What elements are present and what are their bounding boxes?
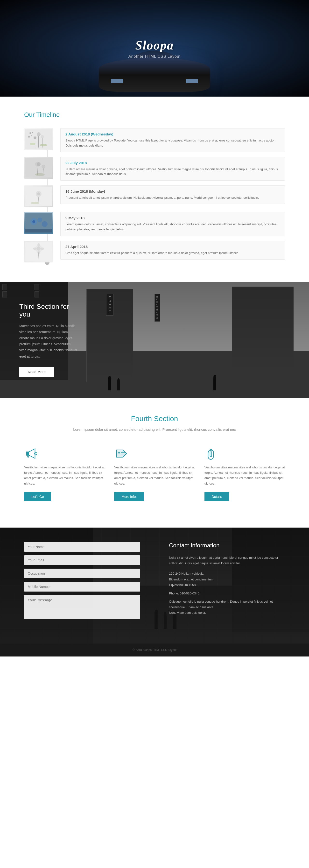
fourth-subtitle: Lorem ipsum dolor sit amet, consectetur … [24,426,285,433]
svg-point-12 [32,132,33,133]
fourth-title: Fourth Section [24,414,285,423]
timeline-text: Sloopa HTML Page is provided by Tooplate… [65,138,280,148]
flowers-svg-1 [25,129,52,149]
timeline-item: 16 June 2018 (Monday) Praesent at felis … [24,185,285,207]
svg-line-42 [28,455,29,458]
svg-point-43 [118,452,120,454]
timeline-item: 22 July 2018 Nullam ornare mauris a dolo… [24,157,285,181]
hotel-sign: HOTEL [106,294,114,316]
headlight-right [186,79,198,83]
svg-point-9 [29,132,31,134]
email-input[interactable] [24,555,140,565]
mobile-input[interactable] [24,582,140,592]
person-silhouette [117,378,120,391]
svg-point-15 [37,162,40,166]
timeline-date: 16 June 2018 (Monday) [65,189,280,193]
person-silhouette [213,375,216,391]
fourth-section: Fourth Section Lorem ipsum dolor sit ame… [0,398,309,528]
headlight-left [111,79,123,83]
svg-point-1 [37,132,40,136]
timeline-image [24,212,53,234]
svg-point-36 [33,247,37,250]
footer-text: © 2018 Sloopa HTML CSS Layout [5,648,304,652]
timeline-container: 2 August 2018 (Wednesday) Sloopa HTML Pa… [24,128,285,267]
timeline-content: 16 June 2018 (Monday) Praesent at felis … [60,185,285,204]
footer: © 2018 Sloopa HTML CSS Layout [0,644,309,656]
timeline-image [24,157,53,179]
contact-title: Contact Information [169,542,285,549]
third-content: Third Section for you Maecenas non ex en… [0,288,97,391]
occupation-input[interactable] [24,568,140,578]
svg-line-41 [27,455,28,458]
svg-point-10 [31,135,32,136]
feature-button-1[interactable]: Let's Go [24,492,51,501]
feature-text-1: Vestibulum vitae magna vitae nisl lobort… [24,465,104,486]
timeline-image [24,128,53,150]
svg-point-22 [37,192,40,195]
form-group-occupation [24,568,140,578]
svg-point-17 [41,165,45,168]
timeline-text: Nullam ornare mauris a dolor gravida, eg… [65,167,280,177]
contact-address: 120-240 Nullam vehicula,Bibendum erat, e… [169,571,285,588]
form-group-message [24,595,140,619]
feature-item-2: Vestibulum vitae magna vitae nisl lobort… [114,447,194,501]
timeline-item: 9 May 2018 Lorem ipsum dolor sit amet, c… [24,212,285,236]
svg-point-33 [37,247,40,251]
form-group-name [24,542,140,552]
svg-point-19 [35,173,45,176]
svg-point-29 [42,221,48,227]
flowers-svg-2 [25,158,52,178]
timeline-heading: Our Timeline [24,111,285,119]
third-section: HOTEL BLACKBURN Third Section for you Ma… [0,282,309,398]
third-title: Third Section for you [19,303,77,318]
timeline-content: 22 July 2018 Nullam ornare mauris a dolo… [60,157,285,181]
timeline-date: 22 July 2018 [65,161,280,165]
timeline-section: Our Timeline [0,97,309,282]
svg-point-3 [40,135,44,138]
timeline-item: 27 April 2018 Cras eget neque sit amet l… [24,241,285,262]
timeline-text: Cras eget neque sit amet lorem efficitur… [65,251,280,256]
third-text: Maecenas non ex enim. Nulla blandit vita… [19,323,77,360]
svg-point-28 [37,218,42,222]
contact-form-area [0,528,154,644]
timeline-item: 2 August 2018 (Wednesday) Sloopa HTML Pa… [24,128,285,152]
car-body [99,58,210,92]
read-more-button[interactable]: Read More [19,367,54,377]
svg-point-2 [34,136,36,139]
svg-point-7 [30,143,35,145]
timeline-content: 2 August 2018 (Wednesday) Sloopa HTML Pa… [60,128,285,152]
flowers-svg-4 [25,213,52,232]
hero-subtitle: Another HTML CSS Layout [128,54,181,59]
feature-button-3[interactable]: Details [205,492,229,501]
feature-item-1: Vestibulum vitae magna vitae nisl lobort… [24,447,104,501]
svg-point-34 [37,243,40,247]
svg-rect-39 [27,452,29,455]
timeline-image [24,185,53,207]
timeline-image [24,241,53,262]
contact-section: Contact Information Nulla sit amet viver… [0,528,309,644]
hero-section: Sloopa Another HTML CSS Layout [0,0,309,97]
timeline-text: Praesent at felis sit amet ipsum pharetr… [65,195,280,200]
building-right [232,287,293,374]
feature-item-3: Vestibulum vitae magna vitae nisl lobort… [205,447,285,501]
flowers-svg-3 [25,187,52,206]
person-silhouette [108,376,111,391]
megaphone-icon [24,447,39,460]
feature-text-3: Vestibulum vitae magna vitae nisl lobort… [205,465,285,486]
form-group-email [24,555,140,565]
svg-point-24 [31,202,39,204]
features-grid: Vestibulum vitae magna vitae nisl lobort… [24,447,285,501]
feature-text-2: Vestibulum vitae magna vitae nisl lobort… [114,465,194,486]
timeline-date: 2 August 2018 (Wednesday) [65,132,280,136]
tag-icon [114,447,129,460]
timeline-text: Lorem ipsum dolor sit amet, consectetur … [65,222,280,232]
svg-point-11 [28,136,30,137]
message-textarea[interactable] [24,595,140,619]
timeline-date: 27 April 2018 [65,245,280,249]
name-input[interactable] [24,542,140,552]
feature-button-2[interactable]: More Info. [114,492,144,501]
flowers-svg-5 [25,242,52,261]
svg-rect-30 [25,229,52,232]
timeline-content: 27 April 2018 Cras eget neque sit amet l… [60,241,285,259]
timeline-content: 9 May 2018 Lorem ipsum dolor sit amet, c… [60,212,285,236]
